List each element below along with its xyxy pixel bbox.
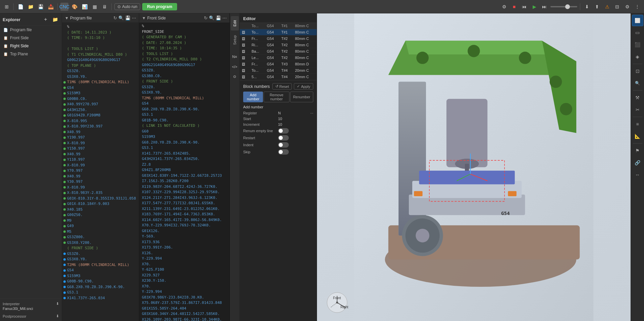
editor-row-4[interactable]: 🖼 Le... G54 T#2 80mm C bbox=[240, 55, 317, 61]
program-refresh-icon[interactable]: ↻ bbox=[113, 15, 117, 20]
sidebar-item-top-plane[interactable]: 📋 Top Plane bbox=[0, 50, 62, 58]
tool-button[interactable]: ⚒ bbox=[632, 92, 643, 103]
sep-3 bbox=[111, 3, 112, 10]
sidebar-item-right-side[interactable]: 📋 Right Side bbox=[0, 42, 62, 50]
apply-button[interactable]: ✓ Apply bbox=[294, 83, 313, 90]
toggle-restart[interactable] bbox=[278, 135, 289, 141]
editor-row-0[interactable]: 🖼 To... G54 T#1 80mm C bbox=[240, 29, 317, 36]
sidebar-item-label-front-side: Front Side bbox=[10, 36, 29, 40]
front-line-46: X230.Y-150. bbox=[139, 278, 229, 284]
tab-edit[interactable]: Edit bbox=[231, 16, 239, 31]
link-button[interactable]: 🔗 bbox=[632, 157, 643, 168]
download-icon[interactable]: ⬇ bbox=[583, 3, 591, 11]
row-name-4: Le... bbox=[250, 55, 265, 61]
program-line-48: G53.1 bbox=[62, 290, 139, 296]
editor-row-6[interactable]: 🖼 To... G54 T#4 20mm C bbox=[240, 67, 317, 74]
tab-renumber[interactable]: Renumber bbox=[290, 92, 313, 102]
alert-icon[interactable]: ⚠ bbox=[603, 3, 611, 11]
program-save-icon[interactable]: 💾 bbox=[125, 15, 130, 20]
grid-icon[interactable]: ▦ bbox=[91, 3, 99, 11]
row-icon-1: 🖼 bbox=[240, 36, 250, 42]
front-line-17: G01B-90.C90. bbox=[139, 118, 229, 123]
interpreter-download-icon[interactable]: ⬇ bbox=[56, 302, 59, 306]
3d-view[interactable]: G54 bbox=[317, 13, 631, 321]
speed-slider[interactable] bbox=[550, 6, 577, 7]
chart-icon[interactable]: 📊 bbox=[80, 3, 89, 11]
monitor-icon[interactable]: 🖥 bbox=[101, 3, 109, 11]
sidebar-item-program-file[interactable]: 📄 Program file bbox=[0, 26, 62, 34]
tab-setup[interactable]: Setup bbox=[231, 31, 239, 49]
editor-row-7[interactable]: 🖼 5... G54 T#4 20mm C bbox=[240, 74, 317, 80]
view-top-button[interactable]: ⬛ bbox=[632, 39, 643, 50]
editor-icon-3[interactable]: ⊙ bbox=[230, 72, 239, 81]
row-name-1: Fr... bbox=[250, 36, 265, 42]
editor-row-2[interactable]: 🖼 Ri... G54 T#2 80mm C bbox=[240, 42, 317, 48]
panel-icon[interactable]: ⊟ bbox=[613, 3, 621, 11]
slider-thumb[interactable] bbox=[565, 4, 570, 9]
field-renum-empty: Renum empty line bbox=[243, 128, 313, 133]
editor-icon-2[interactable]: </> bbox=[230, 62, 239, 71]
front-panel-collapse-icon[interactable]: ▼ bbox=[142, 16, 146, 20]
reset-button[interactable]: ↺ Reset bbox=[272, 83, 292, 90]
toggle-renum-empty[interactable] bbox=[278, 128, 289, 133]
flag-button[interactable]: ⚑ bbox=[632, 145, 643, 156]
stop-icon[interactable]: ■ bbox=[510, 3, 518, 11]
settings-icon[interactable]: ⚙ bbox=[500, 3, 508, 11]
explorer-folder-icon[interactable]: 📁 bbox=[51, 15, 59, 23]
toggle-indent[interactable] bbox=[278, 142, 289, 148]
field-indent-label: Indent bbox=[243, 143, 277, 147]
tab-remove-number[interactable]: Remove number bbox=[264, 92, 289, 102]
zoom-in-button[interactable]: 🔍 bbox=[632, 77, 643, 89]
toggle-skip[interactable] bbox=[278, 149, 289, 155]
gear-icon[interactable]: ⚙ bbox=[623, 3, 631, 11]
explorer-add-icon[interactable]: + bbox=[42, 15, 50, 23]
explorer-header: Explorer + 📁 bbox=[0, 13, 62, 26]
front-more-icon[interactable]: ⋯ bbox=[222, 15, 227, 20]
color-icon[interactable]: 🎨 bbox=[70, 3, 78, 11]
front-search-icon[interactable]: 🔍 bbox=[209, 15, 214, 20]
row-icon-4: 🖼 bbox=[240, 55, 250, 61]
editor-row-5[interactable]: 🖼 Fr... G54 T#3 80mm D bbox=[240, 61, 317, 67]
front-line-10: ( FRONT SIDE ) bbox=[139, 79, 229, 85]
field-register-more[interactable]: ··· bbox=[310, 111, 313, 115]
next-icon[interactable]: ⏭ bbox=[540, 3, 548, 11]
tab-add-number[interactable]: Add number bbox=[243, 92, 263, 102]
cut-button[interactable]: ✂ bbox=[632, 104, 643, 115]
front-save-icon[interactable]: 💾 bbox=[216, 15, 221, 20]
editor-table: To... G54 T#1 80mm C 🖼 To... G54 T#1 80m… bbox=[240, 23, 317, 80]
run-button[interactable]: Run program bbox=[142, 3, 177, 10]
more-icon[interactable]: ⋮ bbox=[633, 3, 641, 11]
row-name-7: 5... bbox=[250, 74, 265, 80]
import-icon[interactable]: 📥 bbox=[47, 3, 55, 11]
program-panel-collapse-icon[interactable]: ▼ bbox=[65, 16, 69, 20]
sidebar-item-front-side[interactable]: 📋 Front Side bbox=[0, 34, 62, 42]
postprocessor-download-icon[interactable]: ⬇ bbox=[56, 314, 59, 318]
save-icon[interactable]: 💾 bbox=[37, 3, 45, 11]
program-search-icon[interactable]: 🔍 bbox=[118, 15, 124, 20]
apply-label: Apply bbox=[301, 85, 310, 89]
editor-row-3[interactable]: 🖼 Ba... G54 T#2 80mm C bbox=[240, 48, 317, 55]
apps-icon[interactable]: ⊞ bbox=[3, 3, 11, 11]
row-tool-1: T#2 bbox=[279, 36, 293, 42]
measure-button[interactable]: 📐 bbox=[632, 130, 643, 142]
autorun-button[interactable]: ⊙ Auto run bbox=[114, 3, 140, 10]
move-button[interactable]: ↔ bbox=[632, 169, 643, 180]
view-front-button[interactable]: ▭ bbox=[632, 27, 643, 38]
view-3d-button[interactable]: ⬜ bbox=[632, 15, 643, 26]
layer-button[interactable]: ≡ bbox=[632, 118, 643, 130]
upload-icon[interactable]: ⬆ bbox=[593, 3, 601, 11]
editor-row-1[interactable]: 🖼 Fr... G54 T#2 80mm C bbox=[240, 36, 317, 42]
program-line-3 bbox=[62, 41, 139, 47]
front-line-53: X126.109Y-203.987I-66.323I-10.344K0. bbox=[139, 317, 229, 321]
program-more-icon[interactable]: ⋯ bbox=[132, 15, 136, 20]
prev-icon[interactable]: ⏮ bbox=[520, 3, 528, 11]
view-iso-button[interactable]: ◈ bbox=[632, 51, 643, 62]
cnc-icon[interactable]: CNC bbox=[60, 3, 68, 11]
front-refresh-icon[interactable]: ↻ bbox=[204, 15, 208, 20]
zoom-fit-button[interactable]: ⊡ bbox=[632, 65, 643, 77]
front-line-9: G53B0.C0. bbox=[139, 73, 229, 79]
new-file-icon[interactable]: 📄 bbox=[16, 3, 24, 11]
editor-icon-1[interactable]: N≡ bbox=[230, 52, 239, 61]
open-folder-icon[interactable]: 📁 bbox=[26, 3, 35, 11]
play-icon[interactable]: ▶ bbox=[530, 3, 538, 11]
